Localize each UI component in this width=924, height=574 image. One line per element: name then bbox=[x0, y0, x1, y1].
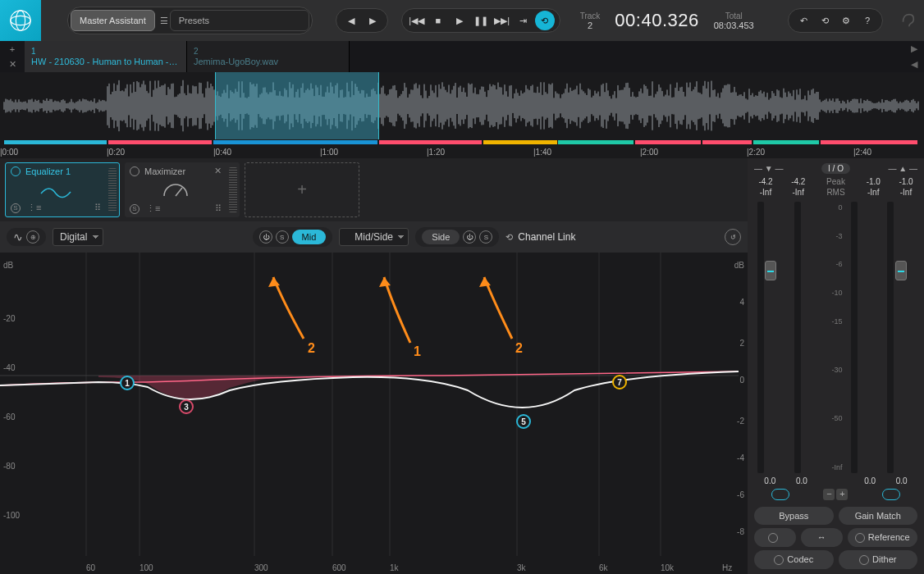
power-icon[interactable] bbox=[11, 166, 21, 176]
mid-button[interactable]: Mid bbox=[292, 230, 327, 244]
track-tab-1[interactable]: 1 HW - 210630 - Human to Human - IS ... bbox=[25, 41, 187, 72]
collapse-left-icon[interactable]: — ▼ — bbox=[754, 164, 783, 173]
svg-point-0 bbox=[11, 11, 30, 30]
track-label: Track bbox=[580, 11, 601, 20]
gain-match-button[interactable]: Gain Match bbox=[839, 507, 918, 525]
stop-icon[interactable]: ■ bbox=[428, 11, 448, 30]
add-tab-icon[interactable]: + bbox=[0, 41, 25, 57]
sum-diff-icon[interactable]: −+ bbox=[823, 489, 848, 500]
stereo-mode-select[interactable]: Mid/Side bbox=[339, 228, 409, 246]
help-icon[interactable]: ? bbox=[858, 11, 877, 30]
reset-eq-icon[interactable]: ↺ bbox=[725, 229, 741, 245]
svg-marker-573 bbox=[479, 277, 491, 287]
solo-side-icon[interactable]: S bbox=[479, 230, 492, 244]
waveform-overview[interactable]: |0:00|0:20|0:40|1:00|1:20|1:40|2:00|2:20… bbox=[0, 72, 924, 158]
loop-ab-icon[interactable]: ⇥ bbox=[514, 11, 533, 30]
prev-track-icon[interactable]: ◀ bbox=[341, 11, 361, 30]
close-icon: Equalizer 1 bbox=[25, 166, 101, 176]
eq-curves bbox=[0, 253, 739, 564]
solo-icon[interactable]: S bbox=[130, 204, 140, 214]
dither-button[interactable]: Dither bbox=[839, 550, 918, 569]
svg-point-2 bbox=[16, 11, 25, 30]
next-track-icon[interactable]: ▶ bbox=[363, 11, 382, 30]
scroll-right-icon[interactable]: ▶ bbox=[911, 43, 917, 54]
eq-node-5[interactable]: 5 bbox=[516, 414, 531, 429]
play-icon[interactable]: ▶ bbox=[450, 11, 469, 30]
gain-handle[interactable] bbox=[229, 167, 237, 212]
reference-button[interactable]: Reference bbox=[848, 528, 918, 547]
time-display: Track 2 00:40.326 Total 08:03.453 bbox=[580, 10, 754, 31]
solo-mid-icon[interactable]: S bbox=[276, 230, 289, 244]
gauge-icon bbox=[130, 176, 222, 203]
scroll-left-icon[interactable]: ◀ bbox=[911, 59, 917, 70]
svg-point-1 bbox=[11, 16, 30, 25]
track-tabs: + ✕ 1 HW - 210630 - Human to Human - IS … bbox=[0, 41, 924, 72]
io-meters-panel: — ▼ — I / O — ▲ — -4.2 -4.2 Peak -1.0 -1… bbox=[748, 158, 924, 574]
bypass-button[interactable]: Bypass bbox=[754, 507, 834, 525]
presets-dropdown[interactable]: Presets bbox=[170, 10, 309, 31]
pause-icon[interactable]: ❚❚ bbox=[471, 11, 491, 30]
eq-node-7[interactable]: 7 bbox=[612, 375, 627, 390]
eq-node-3[interactable]: 3 bbox=[179, 399, 194, 414]
loop-icon[interactable]: ⟲ bbox=[535, 11, 555, 30]
analyzer-icon[interactable]: ∿ bbox=[13, 230, 23, 244]
link-icon[interactable]: ⟲ bbox=[505, 232, 513, 243]
drag-icon[interactable]: ⠿ bbox=[215, 203, 222, 214]
eq-mode-select[interactable]: Digital bbox=[53, 228, 103, 246]
meter-bars: 0-3-6-10-15-30-50-Inf bbox=[754, 202, 917, 473]
svg-line-561 bbox=[176, 188, 182, 196]
eq-node-1[interactable]: 1 bbox=[120, 376, 135, 390]
power-side-icon[interactable]: ⏻ bbox=[463, 230, 476, 244]
history-icon[interactable]: ⟲ bbox=[815, 11, 835, 30]
eq-curve-icon bbox=[11, 176, 101, 203]
ear-icon[interactable] bbox=[898, 11, 917, 30]
total-label: Total bbox=[714, 11, 754, 20]
top-bar: Master Assistant ☰ Presets ◀ ▶ |◀◀ ■ ▶ ❚… bbox=[0, 0, 924, 41]
link-in-icon[interactable] bbox=[771, 489, 789, 500]
playhead-time: 00:40.326 bbox=[615, 10, 698, 31]
undo-icon[interactable]: ↶ bbox=[794, 11, 813, 30]
app-logo[interactable] bbox=[0, 0, 41, 41]
in-gain-slider-l[interactable] bbox=[765, 261, 776, 280]
skip-fwd-icon[interactable]: ▶▶| bbox=[492, 11, 512, 30]
eq-graph[interactable]: dB-20-40-60-80-100 dB420-2-4-6-8 6010030… bbox=[0, 253, 748, 574]
collapse-right-icon[interactable]: — ▲ — bbox=[889, 164, 917, 173]
menu-icon[interactable]: ⋮≡ bbox=[146, 203, 160, 214]
signal-chain: Equalizer 1 S ⋮≡ ⠿ Maximizer ✕ bbox=[0, 158, 748, 221]
module-equalizer[interactable]: Equalizer 1 S ⋮≡ ⠿ bbox=[5, 162, 120, 217]
timeline-ruler[interactable]: |0:00|0:20|0:40|1:00|1:20|1:40|2:00|2:20… bbox=[0, 140, 924, 158]
solo-icon[interactable]: S bbox=[11, 203, 21, 213]
codec-button[interactable]: Codec bbox=[754, 550, 834, 569]
transport-controls: |◀◀ ■ ▶ ❚❚ ▶▶| ⇥ ⟲ bbox=[401, 8, 560, 33]
out-gain-slider-r[interactable] bbox=[895, 261, 907, 280]
presets-list-icon[interactable]: ☰ bbox=[160, 16, 168, 26]
menu-icon[interactable]: ⋮≡ bbox=[27, 203, 41, 213]
settings-icon[interactable]: ⚙ bbox=[836, 11, 856, 30]
right-tools: ↶ ⟲ ⚙ ? bbox=[788, 8, 883, 33]
svg-marker-572 bbox=[379, 277, 391, 287]
channel-link-label: Channel Link bbox=[518, 231, 575, 243]
io-badge[interactable]: I / O bbox=[821, 163, 850, 174]
track-number: 2 bbox=[580, 20, 601, 30]
module-maximizer[interactable]: Maximizer ✕ S ⋮≡ ⠿ bbox=[125, 162, 240, 217]
waveform-selection[interactable] bbox=[215, 72, 379, 139]
link-out-icon[interactable] bbox=[882, 489, 900, 500]
svg-marker-571 bbox=[268, 277, 280, 287]
side-button[interactable]: Side bbox=[422, 230, 460, 244]
globe-icon[interactable]: ⊕ bbox=[26, 230, 39, 244]
gain-handle[interactable] bbox=[108, 168, 117, 212]
mono-button[interactable] bbox=[754, 528, 796, 547]
close-icon[interactable]: ✕ bbox=[214, 166, 222, 176]
master-assistant-button[interactable]: Master Assistant bbox=[71, 10, 155, 31]
transport-nav: ◀ ▶ bbox=[336, 8, 388, 33]
power-icon[interactable] bbox=[130, 166, 140, 176]
power-mid-icon[interactable]: ⏻ bbox=[259, 230, 272, 244]
close-tab-icon[interactable]: ✕ bbox=[0, 57, 25, 72]
drag-icon[interactable]: ⠿ bbox=[94, 203, 101, 213]
total-time: 08:03.453 bbox=[714, 20, 754, 30]
skip-back-icon[interactable]: |◀◀ bbox=[407, 11, 427, 30]
swap-button[interactable]: ↔ bbox=[801, 528, 843, 547]
eq-toolbar: ∿ ⊕ Digital ⏻ S Mid Mid/Side Side ⏻ S ⟲ … bbox=[0, 221, 748, 253]
add-module-button[interactable]: + bbox=[245, 162, 359, 217]
track-tab-2[interactable]: 2 Jemima-UgoBoy.wav bbox=[187, 41, 350, 72]
